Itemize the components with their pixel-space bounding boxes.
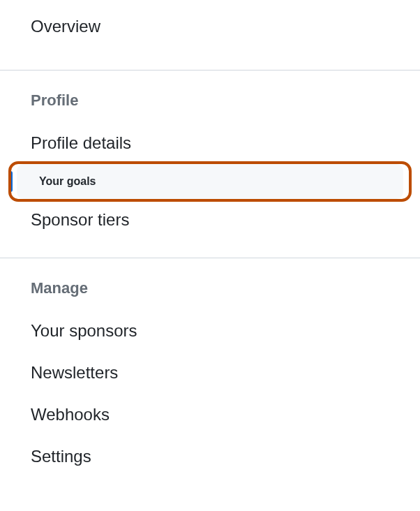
- section-header-profile: Profile: [0, 71, 420, 115]
- sidebar-item-label: Newsletters: [31, 363, 118, 382]
- section-items-manage: Your sponsors Newsletters Webhooks Setti…: [0, 303, 420, 494]
- sidebar-item-webhooks[interactable]: Webhooks: [0, 394, 420, 436]
- sidebar-item-label: Webhooks: [31, 405, 110, 424]
- sidebar-item-profile-details[interactable]: Profile details: [0, 122, 420, 164]
- nav-section-profile: Profile Profile details Your goals Spons…: [0, 70, 420, 258]
- sidebar-item-label: Profile details: [31, 133, 131, 152]
- sidebar-item-settings[interactable]: Settings: [0, 436, 420, 477]
- sidebar-item-overview[interactable]: Overview: [0, 0, 420, 53]
- nav-section-top: Overview: [0, 0, 420, 70]
- sidebar-item-label: Your goals: [39, 175, 96, 187]
- highlight-wrapper: Your goals: [8, 164, 412, 199]
- sidebar-item-label: Overview: [31, 17, 100, 36]
- sidebar-item-your-sponsors[interactable]: Your sponsors: [0, 310, 420, 352]
- sidebar-item-label: Sponsor tiers: [31, 210, 129, 229]
- section-header-manage: Manage: [0, 258, 420, 303]
- section-items-profile: Profile details Your goals Sponsor tiers: [0, 115, 420, 258]
- sidebar-item-label: Your sponsors: [31, 321, 137, 340]
- sidebar-item-sponsor-tiers[interactable]: Sponsor tiers: [0, 199, 420, 241]
- sidebar-item-label: Settings: [31, 447, 91, 466]
- selected-indicator: [8, 171, 13, 192]
- sidebar-item-newsletters[interactable]: Newsletters: [0, 352, 420, 394]
- sidebar-nav: Overview Profile Profile details Your go…: [0, 0, 420, 494]
- sidebar-item-your-goals[interactable]: Your goals: [17, 164, 403, 199]
- nav-section-manage: Manage Your sponsors Newsletters Webhook…: [0, 258, 420, 494]
